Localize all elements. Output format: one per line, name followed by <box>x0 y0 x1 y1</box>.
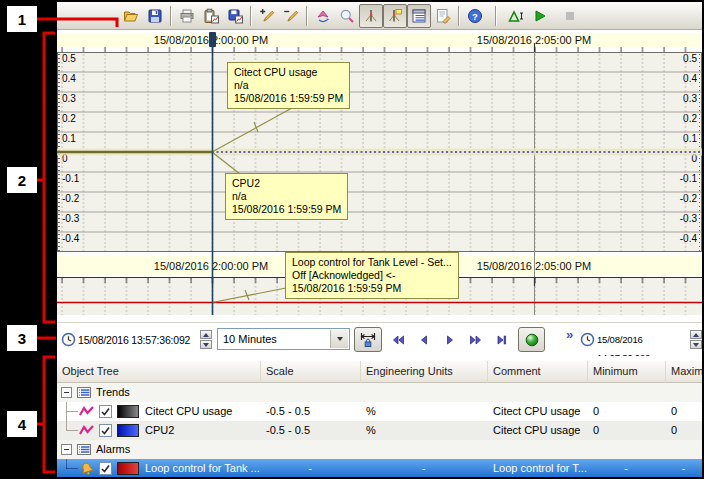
add-pen-button[interactable] <box>255 4 279 28</box>
object-view-button[interactable] <box>407 4 431 28</box>
visibility-checkbox[interactable] <box>99 405 112 418</box>
svg-text:?: ? <box>472 10 478 21</box>
collapse-expander[interactable] <box>61 444 72 455</box>
group-icon <box>76 443 92 456</box>
toolbar-separator <box>170 6 172 26</box>
magnifier-icon <box>339 8 355 24</box>
pen-color-swatch[interactable] <box>117 405 139 418</box>
cursor-handle[interactable] <box>209 32 216 47</box>
tree-line <box>66 468 78 469</box>
tooltip-value: n/a <box>234 79 343 92</box>
column-header[interactable]: Minimum <box>593 365 638 377</box>
print-button[interactable] <box>175 4 199 28</box>
delta-cursor-icon <box>507 8 525 24</box>
save-icon <box>147 8 163 24</box>
open-button[interactable] <box>119 4 143 28</box>
clock-icon <box>61 332 76 347</box>
export-button[interactable] <box>223 4 247 28</box>
spin-down-icon[interactable] <box>200 340 212 349</box>
value-cursor-icon <box>363 8 379 24</box>
spin-up-icon[interactable] <box>690 330 702 339</box>
callout-4: 4 <box>7 411 37 437</box>
scale-cell: - <box>260 462 360 474</box>
properties-button[interactable] <box>431 4 455 28</box>
remove-pen-icon <box>283 8 299 24</box>
visibility-checkbox[interactable] <box>99 462 112 475</box>
table-header: Object Tree Scale Engineering Units Comm… <box>57 361 702 383</box>
cursor-tooltip: Loop control for Tank Level - Set... Off… <box>285 252 459 299</box>
units-cell: - <box>360 462 487 474</box>
step-back-button[interactable] <box>412 327 436 352</box>
toolbar-separator <box>495 6 497 26</box>
maximum-cell: 0 <box>671 405 677 417</box>
page-back-button[interactable] <box>386 327 410 352</box>
table-row-alarm-loop-control[interactable]: Loop control for Tank ... - - Loop contr… <box>57 459 702 477</box>
tooltip-alarm-name: Loop control for Tank Level - Set... <box>292 256 452 269</box>
units-cell: % <box>366 424 376 436</box>
pen-icon <box>79 405 95 418</box>
comment-cell: Citect CPU usage <box>493 405 580 417</box>
table-row-group-trends[interactable]: Trends <box>57 383 702 402</box>
double-right-arrow-icon <box>468 332 484 348</box>
alarm-bell-icon <box>79 461 95 476</box>
object-view-icon <box>411 8 427 24</box>
column-header[interactable]: Object Tree <box>62 365 119 377</box>
toolbar: ? <box>57 2 702 30</box>
pen-color-swatch[interactable] <box>117 424 139 437</box>
time-range-select[interactable]: 10 Minutes <box>217 328 350 350</box>
right-arrow-icon <box>442 332 458 348</box>
dropdown-arrow-icon[interactable] <box>330 330 348 348</box>
trend-chart[interactable]: 15/08/2016 2:00:00 PM 15/08/2016 2:05:00… <box>57 30 702 322</box>
delta-cursor-button[interactable] <box>504 4 528 28</box>
page-forward-button[interactable] <box>464 327 488 352</box>
spin-down-icon[interactable] <box>690 340 702 349</box>
save-button[interactable] <box>143 4 167 28</box>
table-row-pen-cpu2[interactable]: CPU2 -0.5 - 0.5 % Citect CPU usage 0 0 <box>57 421 702 440</box>
alarm-color-swatch[interactable] <box>117 462 139 475</box>
group-icon <box>76 386 92 399</box>
stop-trend-button[interactable] <box>558 4 582 28</box>
start-trend-button[interactable] <box>528 4 552 28</box>
group-label: Trends <box>96 386 130 398</box>
toolbar-separator <box>250 6 252 26</box>
column-header[interactable]: Engineering Units <box>366 365 453 377</box>
value-cursor-button[interactable] <box>359 4 383 28</box>
column-header[interactable]: Scale <box>266 365 294 377</box>
visibility-checkbox[interactable] <box>99 424 112 437</box>
start-time-spinner[interactable] <box>200 330 212 350</box>
table-row-group-alarms[interactable]: Alarms <box>57 440 702 459</box>
double-left-arrow-icon <box>390 332 406 348</box>
table-row-pen-citect-cpu[interactable]: Citect CPU usage -0.5 - 0.5 % Citect CPU… <box>57 402 702 421</box>
minimum-cell: 0 <box>593 424 599 436</box>
live-now-button[interactable] <box>518 327 545 352</box>
tooltip-alarm-state: Off [Acknowledged] <- <box>292 269 452 282</box>
tooltip-pen-name: CPU2 <box>232 177 341 190</box>
step-forward-button[interactable] <box>438 327 462 352</box>
collapse-expander[interactable] <box>61 387 72 398</box>
cursor-labels-button[interactable] <box>383 4 407 28</box>
cursor-labels-icon <box>387 8 403 24</box>
units-cell: % <box>366 405 376 417</box>
pen-label: CPU2 <box>145 424 174 436</box>
column-header[interactable]: Comment <box>493 365 541 377</box>
clipboard-chart-icon <box>203 8 219 24</box>
copy-to-clipboard-button[interactable] <box>199 4 223 28</box>
column-header[interactable]: Maximum <box>671 365 702 377</box>
pen-icon <box>79 424 95 437</box>
zoom-button[interactable] <box>335 4 359 28</box>
go-to-end-button[interactable] <box>490 327 514 352</box>
printer-icon <box>179 8 195 24</box>
window-border <box>55 0 704 2</box>
tooltip-time: 15/08/2016 1:59:59 PM <box>292 282 452 295</box>
scale-cell: -0.5 - 0.5 <box>266 405 310 417</box>
minimum-cell: - <box>587 462 665 474</box>
start-time-field[interactable]: 15/08/2016 13:57:36:092 <box>78 331 200 349</box>
lock-span-button[interactable] <box>354 327 382 352</box>
spin-up-icon[interactable] <box>200 330 212 339</box>
remove-pen-button[interactable] <box>279 4 303 28</box>
end-time-spinner[interactable] <box>690 330 702 350</box>
help-button[interactable]: ? <box>463 4 487 28</box>
synchronize-button[interactable] <box>311 4 335 28</box>
scale-cell: -0.5 - 0.5 <box>266 424 310 436</box>
toolbar-overflow-chevron[interactable]: » <box>566 328 573 342</box>
